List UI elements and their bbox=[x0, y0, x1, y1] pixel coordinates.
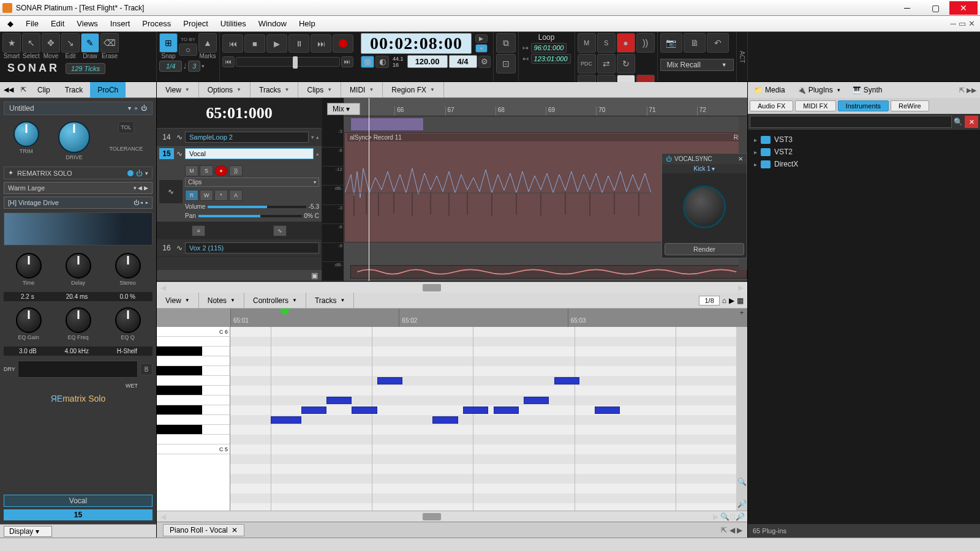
edit-tool[interactable]: ↘ bbox=[61, 33, 80, 53]
track-icon[interactable]: ∿ bbox=[159, 180, 183, 203]
inspector-track-name[interactable]: Vocal bbox=[4, 495, 153, 507]
drywet-slider[interactable] bbox=[18, 361, 138, 378]
clip-sampleloop[interactable] bbox=[350, 118, 424, 131]
display-dropdown[interactable]: Display ▾ bbox=[4, 526, 52, 537]
grid-icon[interactable]: ▦ bbox=[737, 296, 744, 305]
step-active-button[interactable]: ● bbox=[475, 44, 488, 53]
tv-options[interactable]: Options▼ bbox=[199, 82, 251, 97]
input-echo-button[interactable]: )) bbox=[636, 33, 655, 53]
tempo-field[interactable]: 120.00 bbox=[407, 55, 448, 68]
vocalsync-dial[interactable] bbox=[683, 186, 726, 228]
tab-track[interactable]: Track bbox=[58, 82, 91, 97]
playhead[interactable] bbox=[369, 98, 369, 281]
audio-engine-button[interactable]: ◐ bbox=[375, 56, 389, 68]
ticks-display[interactable]: 129 Ticks bbox=[66, 63, 105, 74]
track-mute[interactable]: M bbox=[185, 165, 198, 176]
menu-file[interactable]: File bbox=[20, 16, 45, 31]
clip-vox2[interactable] bbox=[350, 265, 747, 279]
plugin-tree[interactable]: ▸VST3 ▸VST2 ▸DirectX bbox=[748, 130, 980, 524]
subtab-midifx[interactable]: MIDI FX bbox=[795, 100, 835, 111]
solo-button[interactable]: S bbox=[597, 33, 616, 53]
filter-button1[interactable]: ≡ bbox=[192, 225, 205, 236]
track-row-14[interactable]: 14 ∿ SampleLoop 2 ▾ ▴ bbox=[157, 129, 322, 146]
close-button[interactable]: ✕ bbox=[949, 1, 978, 15]
pan-slider[interactable] bbox=[198, 215, 302, 217]
close-icon[interactable]: ✕ bbox=[738, 156, 743, 162]
snap-value[interactable]: 1/4 bbox=[159, 61, 182, 72]
tab-proch[interactable]: ProCh bbox=[90, 82, 126, 97]
auto-a[interactable]: A bbox=[229, 190, 243, 201]
zoom-fit-icon[interactable]: ⊡ bbox=[739, 489, 745, 497]
menu-project[interactable]: Project bbox=[177, 16, 214, 31]
time-knob[interactable] bbox=[16, 253, 42, 279]
tree-vst2[interactable]: ▸VST2 bbox=[752, 146, 976, 158]
gte-button[interactable]: ⏭ bbox=[341, 56, 353, 67]
tv-clips[interactable]: Clips▼ bbox=[298, 82, 341, 97]
track-row-15[interactable]: 15 ∿ Vocal ▴ ∿ M S ● )) bbox=[157, 146, 322, 222]
tv-tracks[interactable]: Tracks▼ bbox=[251, 82, 298, 97]
screenset2-button[interactable]: ⊡ bbox=[496, 54, 516, 73]
rtz-button[interactable]: ⏮ bbox=[222, 56, 235, 67]
pause-button[interactable]: ⏸ bbox=[288, 34, 309, 53]
midi-note[interactable] bbox=[463, 407, 488, 414]
minimize-button[interactable]: ─ bbox=[893, 1, 921, 15]
playhead-marker[interactable] bbox=[279, 309, 290, 323]
mdi-close-icon[interactable]: ✕ bbox=[968, 19, 975, 28]
mdi-minimize-icon[interactable]: ─ bbox=[951, 19, 956, 28]
midi-note[interactable] bbox=[595, 407, 620, 414]
mix-dropdown[interactable]: Mix ▾ bbox=[327, 103, 360, 115]
menu-edit[interactable]: Edit bbox=[45, 16, 70, 31]
undo-button[interactable]: ↶ bbox=[707, 33, 729, 53]
midi-note[interactable] bbox=[271, 416, 301, 424]
midi-note[interactable] bbox=[432, 416, 458, 424]
time-display[interactable]: 00:02:08:00 bbox=[361, 33, 472, 54]
close-icon[interactable]: ✕ bbox=[232, 526, 238, 534]
tempo-options-icon[interactable]: ⚙ bbox=[478, 56, 491, 68]
menu-process[interactable]: Process bbox=[136, 16, 177, 31]
snapshot-button[interactable]: 📷 bbox=[660, 33, 682, 53]
pianoroll-ruler[interactable]: 65:0165:0265:03 bbox=[230, 309, 736, 327]
metronome-button[interactable]: ▦ bbox=[361, 56, 374, 68]
loop-start[interactable]: 96:01:000 bbox=[531, 43, 567, 53]
loop-end[interactable]: 123:01:000 bbox=[531, 54, 571, 64]
bypass-button[interactable]: B bbox=[140, 363, 153, 375]
seek-slider[interactable] bbox=[236, 57, 340, 67]
vocalsync-source[interactable]: Kick 1 ▾ bbox=[662, 164, 747, 173]
menu-utilities[interactable]: Utilities bbox=[214, 16, 252, 31]
notes-button[interactable]: 🗎 bbox=[684, 33, 706, 53]
track-hscroll[interactable]: ◀▶ bbox=[157, 282, 747, 293]
prv-controllers[interactable]: Controllers▼ bbox=[244, 293, 306, 308]
act-label[interactable]: ACT bbox=[737, 32, 748, 81]
note-grid[interactable] bbox=[230, 327, 736, 511]
midi-note[interactable] bbox=[494, 407, 519, 414]
erase-tool[interactable]: ⌫ bbox=[100, 33, 119, 53]
menu-help[interactable]: Help bbox=[293, 16, 322, 31]
subtab-instruments[interactable]: Instruments bbox=[838, 100, 889, 111]
inspector-pin-icon[interactable]: ⇱ bbox=[17, 86, 30, 94]
app-menu-icon[interactable]: ◆ bbox=[5, 16, 20, 31]
arm-button[interactable]: ● bbox=[617, 33, 635, 53]
preset-name-field[interactable]: Untitled▾ ＋ ⏻ bbox=[4, 102, 153, 115]
tab-synth[interactable]: 🎹Synth bbox=[846, 82, 889, 98]
filter-button2[interactable]: ∿ bbox=[273, 225, 287, 236]
reset-button[interactable]: ↻ bbox=[617, 54, 635, 73]
step-up-button[interactable]: ▶ bbox=[475, 34, 488, 43]
dock-icons[interactable]: ⇱ ◀ ▶ bbox=[721, 526, 747, 534]
prv-hscroll[interactable]: ◀▶ 🔍⊡🔎 bbox=[157, 511, 747, 522]
timesig-field[interactable]: 4/4 bbox=[449, 55, 477, 68]
fx-header[interactable]: ✦REMATRIX SOLO⏻▾ bbox=[4, 167, 153, 179]
select-tool[interactable]: ↖ bbox=[22, 33, 40, 53]
delay-knob[interactable] bbox=[66, 253, 91, 279]
ffwd-button[interactable]: ⏭ bbox=[311, 34, 331, 53]
eqfreq-knob[interactable] bbox=[66, 307, 91, 333]
clear-search-button[interactable]: ✕ bbox=[965, 116, 978, 128]
prv-tracks[interactable]: Tracks▼ bbox=[306, 293, 354, 308]
track-solo[interactable]: S bbox=[200, 165, 213, 176]
snap-beat[interactable]: 3 bbox=[188, 61, 200, 72]
render-button[interactable]: Render bbox=[665, 243, 744, 255]
midi-note[interactable] bbox=[377, 377, 402, 384]
auto-star[interactable]: * bbox=[214, 190, 228, 201]
screenset-button[interactable]: ⧉ bbox=[496, 33, 516, 53]
play-button[interactable]: ▶ bbox=[266, 34, 287, 53]
tree-vst3[interactable]: ▸VST3 bbox=[752, 133, 976, 146]
